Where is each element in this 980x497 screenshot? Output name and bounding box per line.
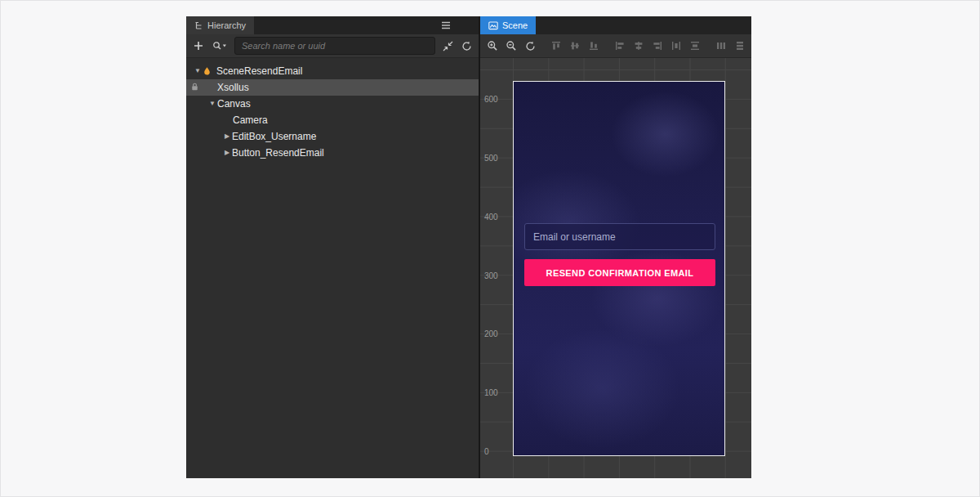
chevron-down-icon[interactable]: ▼ — [193, 68, 203, 74]
space-h-icon[interactable] — [715, 39, 728, 52]
editor-window: Hierarchy ▼ — [186, 16, 751, 478]
tab-hierarchy-label: Hierarchy — [207, 20, 246, 30]
collapse-all-icon[interactable] — [441, 39, 454, 52]
zoom-in-icon[interactable] — [486, 39, 499, 52]
ruler-label: 0 — [484, 447, 489, 456]
distribute-h-icon[interactable] — [670, 39, 683, 52]
tree-item-label: Camera — [233, 114, 268, 126]
distribute-v-icon[interactable] — [688, 39, 702, 52]
align-h-center-icon[interactable] — [632, 39, 645, 52]
chevron-right-icon[interactable]: ▶ — [222, 150, 232, 156]
add-node-button[interactable] — [192, 39, 205, 52]
tree-item-label: Xsollus — [217, 82, 249, 93]
scene-canvas[interactable]: 600 500 400 300 200 100 0 RESEND CONFIRM… — [480, 58, 751, 478]
hierarchy-toolbar — [186, 34, 479, 58]
chevron-down-icon[interactable]: ▼ — [207, 101, 217, 107]
ruler-label: 600 — [484, 95, 498, 104]
ruler-label: 400 — [484, 213, 498, 222]
resend-confirmation-button[interactable]: RESEND CONFIRMATION EMAIL — [524, 259, 715, 286]
tree-item-editbox-username[interactable]: ▶ EditBox_Username — [186, 128, 479, 145]
refresh-icon[interactable] — [460, 39, 473, 52]
ruler-label: 300 — [484, 271, 498, 280]
zoom-out-icon[interactable] — [505, 39, 518, 52]
scene-asset-icon — [203, 66, 214, 76]
ruler-label: 500 — [484, 154, 498, 163]
email-username-field[interactable] — [524, 223, 715, 250]
align-v-center-icon[interactable] — [568, 39, 581, 52]
tab-hierarchy[interactable]: Hierarchy — [186, 16, 254, 34]
scene-tabbar: Scene — [480, 16, 751, 34]
align-bottom-icon[interactable] — [587, 39, 600, 52]
search-input[interactable] — [234, 37, 435, 55]
tab-scene-label: Scene — [502, 20, 528, 30]
scene-toolbar — [480, 34, 751, 58]
align-left-icon[interactable] — [613, 39, 626, 52]
space-v-icon[interactable] — [733, 39, 746, 52]
chevron-right-icon[interactable]: ▶ — [222, 133, 232, 140]
tree-item-button-resendemail[interactable]: ▶ Button_ResendEmail — [186, 145, 479, 161]
tree-item-xsollus[interactable]: Xsollus — [186, 79, 479, 96]
align-right-icon[interactable] — [651, 39, 664, 52]
ruler-label: 100 — [484, 388, 498, 397]
search-filter-button[interactable] — [211, 39, 229, 52]
scene-panel: Scene — [480, 16, 751, 478]
tree-item-label: SceneResendEmail — [216, 65, 302, 77]
hamburger-menu-icon[interactable] — [441, 16, 451, 34]
tree-item-camera[interactable]: Camera — [186, 112, 479, 128]
tree-item-sceneresendemail[interactable]: ▼ SceneResendEmail — [186, 63, 479, 79]
scene-design-frame[interactable]: RESEND CONFIRMATION EMAIL — [513, 81, 725, 456]
tree-item-label: Canvas — [217, 98, 251, 110]
tree-item-label: Button_ResendEmail — [232, 147, 324, 159]
tree-item-canvas[interactable]: ▼ Canvas — [186, 96, 479, 112]
align-top-icon[interactable] — [550, 39, 563, 52]
image-icon — [488, 21, 498, 30]
hierarchy-tree: ▼ SceneResendEmail Xsollus ▼ Canvas Came… — [186, 58, 479, 478]
tab-scene[interactable]: Scene — [480, 16, 536, 34]
lock-icon[interactable] — [190, 82, 199, 92]
hierarchy-panel: Hierarchy ▼ — [186, 16, 479, 478]
reset-view-icon[interactable] — [523, 39, 537, 52]
ruler-label: 200 — [484, 329, 498, 338]
tree-list-icon — [194, 21, 203, 30]
tree-item-label: EditBox_Username — [232, 131, 316, 142]
hierarchy-tabbar: Hierarchy — [186, 16, 479, 34]
